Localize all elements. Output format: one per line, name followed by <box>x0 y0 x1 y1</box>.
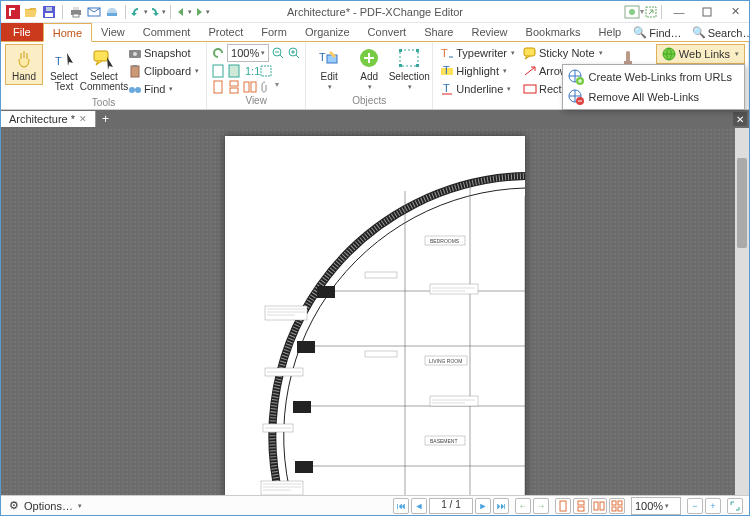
svg-rect-24 <box>229 65 239 77</box>
create-weblinks-item[interactable]: Create Web-Links from URLs <box>565 67 742 87</box>
launch-icon[interactable] <box>644 5 658 19</box>
underline-button[interactable]: TUnderline <box>437 80 518 97</box>
continuous-button[interactable] <box>573 498 589 514</box>
gear-icon: ⚙ <box>7 499 21 513</box>
redo-icon[interactable] <box>149 4 165 20</box>
maximize-button[interactable] <box>693 1 721 23</box>
status-zoom-value: 100% <box>635 500 663 512</box>
zoom-in-button[interactable]: + <box>705 498 721 514</box>
clipboard-button[interactable]: Clipboard <box>125 62 202 79</box>
document-tab-label: Architecture * <box>9 113 75 125</box>
find-ribbon-button[interactable]: Find <box>125 80 202 97</box>
tab-organize[interactable]: Organize <box>296 22 359 41</box>
ui-options-icon[interactable] <box>624 5 640 19</box>
tab-close-icon[interactable]: ✕ <box>79 114 87 124</box>
file-tab[interactable]: File <box>1 22 43 41</box>
tab-review[interactable]: Review <box>462 22 516 41</box>
next-page-button[interactable]: ► <box>475 498 491 514</box>
back-icon[interactable] <box>176 4 192 20</box>
pdf-page: BEDROOMS LIVING ROOM BASEMENT <box>225 136 525 495</box>
selection-button[interactable]: Selection <box>390 44 428 94</box>
forward-icon[interactable] <box>194 4 210 20</box>
tab-protect[interactable]: Protect <box>199 22 252 41</box>
save-icon[interactable] <box>41 4 57 20</box>
fullscreen-button[interactable] <box>727 498 743 514</box>
web-links-button[interactable]: Web Links <box>656 44 745 64</box>
tab-share[interactable]: Share <box>415 22 462 41</box>
undo-icon[interactable] <box>131 4 147 20</box>
fit-width-icon[interactable] <box>227 64 241 78</box>
create-weblinks-label: Create Web-Links from URLs <box>589 71 732 83</box>
tab-form[interactable]: Form <box>252 22 296 41</box>
select-comments-tool[interactable]: Select Comments <box>85 44 123 95</box>
tab-convert[interactable]: Convert <box>359 22 416 41</box>
select-text-tool[interactable]: T Select Text <box>45 44 83 95</box>
remove-weblinks-item[interactable]: Remove All Web-Links <box>565 87 742 107</box>
two-page-button[interactable] <box>591 498 607 514</box>
highlight-button[interactable]: THighlight <box>437 62 518 79</box>
tab-comment[interactable]: Comment <box>134 22 200 41</box>
svg-point-16 <box>133 52 137 56</box>
fit-page-icon[interactable] <box>211 64 225 78</box>
svg-rect-61 <box>293 401 311 413</box>
page-icon[interactable] <box>211 80 225 94</box>
snapshot-label: Snapshot <box>144 47 190 59</box>
svg-rect-45 <box>524 85 536 93</box>
page-field[interactable]: 1 / 1 <box>429 498 473 514</box>
nav-fwd-button[interactable]: → <box>533 498 549 514</box>
selection-label: Selection <box>389 72 430 82</box>
tab-help[interactable]: Help <box>590 22 631 41</box>
last-page-button[interactable]: ⏭ <box>493 498 509 514</box>
open-icon[interactable] <box>23 4 39 20</box>
continuous-icon[interactable] <box>227 80 241 94</box>
vertical-scrollbar[interactable] <box>735 128 749 495</box>
edit-button[interactable]: T Edit <box>310 44 348 94</box>
scroll-thumb[interactable] <box>737 158 747 248</box>
zoom-select[interactable]: 100% <box>227 44 269 62</box>
tab-view[interactable]: View <box>92 22 134 41</box>
svg-rect-30 <box>244 82 249 92</box>
zoom-region-icon[interactable] <box>259 64 273 78</box>
svg-rect-84 <box>430 396 478 406</box>
find-ribbon-label: Find <box>144 83 165 95</box>
group-tools-label: Tools <box>5 97 202 108</box>
zoom-out-icon[interactable] <box>271 46 285 60</box>
add-tab-button[interactable]: + <box>96 112 115 126</box>
actual-size-icon[interactable]: 1:1 <box>243 64 257 78</box>
options-button[interactable]: ⚙Options… <box>7 499 82 513</box>
facing-icon[interactable] <box>243 80 257 94</box>
prev-page-button[interactable]: ◄ <box>411 498 427 514</box>
status-zoom-select[interactable]: 100% <box>631 497 681 515</box>
svg-rect-27 <box>214 81 222 93</box>
rotate-icon[interactable] <box>211 46 225 60</box>
close-button[interactable]: ✕ <box>721 1 749 23</box>
tab-home[interactable]: Home <box>43 23 92 42</box>
svg-rect-44 <box>524 48 535 56</box>
document-tab[interactable]: Architecture *✕ <box>1 111 96 127</box>
attachment-icon[interactable] <box>259 80 273 94</box>
hand-tool[interactable]: Hand <box>5 44 43 85</box>
svg-rect-97 <box>618 507 622 511</box>
find-button[interactable]: 🔍Find… <box>630 24 684 41</box>
globe-icon <box>662 47 676 61</box>
first-page-button[interactable]: ⏮ <box>393 498 409 514</box>
document-viewport[interactable]: BEDROOMS LIVING ROOM BASEMENT <box>1 128 749 495</box>
minimize-button[interactable]: — <box>665 1 693 23</box>
print-icon[interactable] <box>68 4 84 20</box>
svg-rect-35 <box>400 50 418 66</box>
zoom-out-button[interactable]: − <box>687 498 703 514</box>
tabstrip-close-button[interactable]: ✕ <box>733 112 747 126</box>
zoom-in-icon[interactable] <box>287 46 301 60</box>
snapshot-button[interactable]: Snapshot <box>125 44 202 61</box>
scan-icon[interactable] <box>104 4 120 20</box>
globe-remove-icon <box>569 90 583 104</box>
tab-bookmarks[interactable]: Bookmarks <box>517 22 590 41</box>
email-icon[interactable] <box>86 4 102 20</box>
add-button[interactable]: Add <box>350 44 388 94</box>
two-continuous-button[interactable] <box>609 498 625 514</box>
typewriter-button[interactable]: TTypewriter <box>437 44 518 61</box>
nav-back-button[interactable]: ← <box>515 498 531 514</box>
search-button[interactable]: 🔍Search… <box>689 24 750 41</box>
single-page-button[interactable] <box>555 498 571 514</box>
sticky-note-button[interactable]: Sticky Note <box>520 44 606 61</box>
